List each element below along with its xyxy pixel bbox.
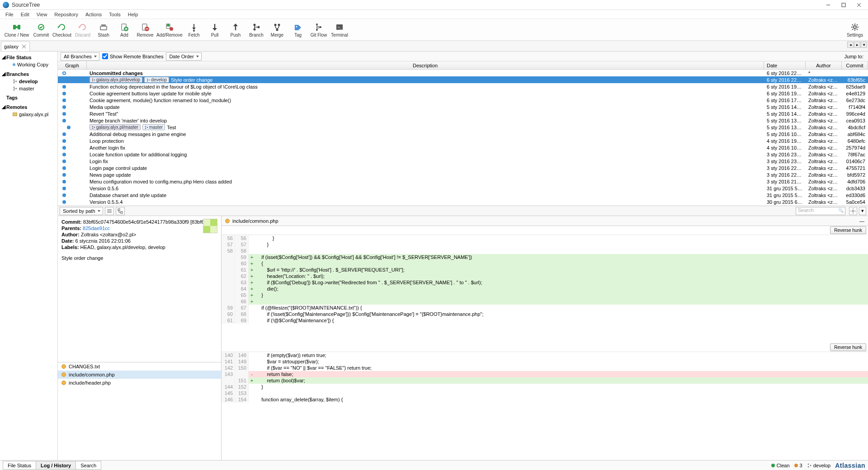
folder-icon	[13, 113, 17, 116]
tab-log-history[interactable]: Log / History	[36, 461, 76, 470]
tags-section[interactable]: Tags	[0, 94, 57, 101]
diff-search-input[interactable]: Search	[796, 207, 845, 215]
table-row[interactable]: Loop protection4 sty 2016 19:54Zoltraks …	[58, 137, 868, 144]
reverse-hunk-button[interactable]: Reverse hunk	[830, 226, 866, 234]
col-author[interactable]: Author	[806, 61, 842, 69]
terminal-button[interactable]: >_Terminal	[329, 20, 350, 40]
remotes-section[interactable]: ◢Remotes	[0, 103, 57, 111]
sidebar-item-master[interactable]: master	[0, 85, 57, 92]
col-commit[interactable]: Commit	[842, 61, 868, 69]
tab-galaxy[interactable]: galaxy	[1, 41, 30, 51]
addremove-button[interactable]: Add/Remove	[156, 20, 184, 40]
list-view-button[interactable]	[105, 207, 114, 215]
tree-view-button[interactable]	[116, 207, 125, 215]
table-row[interactable]: Menu configuration moved to config.menu.…	[58, 178, 868, 185]
settings-button[interactable]: Settings	[844, 20, 865, 40]
close-button[interactable]	[855, 1, 863, 9]
tab-prev-button[interactable]: ◂	[847, 42, 854, 48]
status-pending[interactable]: 3	[794, 463, 802, 468]
clone-new-button[interactable]: Clone / New	[3, 20, 31, 40]
table-row[interactable]: Additional debug messages in game engine…	[58, 131, 868, 137]
table-row[interactable]: Function echolog depreciated in the favo…	[58, 83, 868, 90]
ref-badge[interactable]: galaxy.alyx.pl/develop	[90, 77, 142, 83]
menu-view[interactable]: View	[33, 11, 51, 18]
merge-button[interactable]: Merge	[267, 20, 288, 40]
table-row[interactable]: Locale function update for additional lo…	[58, 151, 868, 158]
ref-badge[interactable]: develop	[144, 77, 169, 83]
svg-point-62	[147, 78, 148, 79]
diff-options-button[interactable]: ▾	[859, 207, 866, 215]
status-clean: Clean	[771, 463, 790, 468]
filestatus-section[interactable]: ◢File Status	[0, 53, 57, 61]
table-row[interactable]: Database charset and style update31 gru …	[58, 192, 868, 198]
tab-file-status[interactable]: File Status	[3, 461, 36, 470]
branches-filter-dropdown[interactable]: All Branches	[61, 52, 99, 61]
maximize-button[interactable]	[840, 1, 847, 9]
merge-icon	[273, 23, 282, 32]
push-button[interactable]: Push	[225, 20, 246, 40]
branch-button[interactable]: Branch	[246, 20, 267, 40]
table-row[interactable]: News page update3 sty 2016 22:09Zoltraks…	[58, 171, 868, 178]
table-row[interactable]: Another login fix4 sty 2016 10:47Zoltrak…	[58, 144, 868, 151]
pull-button[interactable]: Pull	[204, 20, 225, 40]
table-row[interactable]: Uncommitted changes6 sty 2016 22:02*	[58, 70, 868, 76]
show-remote-checkbox[interactable]: Show Remote Branches	[102, 53, 164, 59]
close-icon[interactable]	[21, 44, 27, 49]
status-branch[interactable]: develop	[807, 463, 831, 468]
diff-settings-button[interactable]	[849, 207, 857, 215]
table-row[interactable]: Revert "Test"5 sty 2016 14:28Zoltraks <z…	[58, 110, 868, 117]
diff-hunk[interactable]: 5656 }5757 }585859+ if (isset($Config['H…	[222, 235, 868, 343]
collapse-icon[interactable]: —	[859, 218, 864, 224]
parent-link[interactable]: 825dae91cc	[83, 226, 110, 231]
list-item[interactable]: include/common.php	[58, 371, 221, 379]
table-row[interactable]: galaxy.alyx.pl/developdevelopStyle order…	[58, 76, 868, 83]
sidebar-item-develop[interactable]: develop	[0, 78, 57, 85]
sidebar-item-remote[interactable]: galaxy.alyx.pl	[0, 111, 57, 118]
ref-badge[interactable]: galaxy.alyx.pl/master	[90, 124, 141, 130]
table-row[interactable]: Media update5 sty 2016 14:39Zoltraks <zo…	[58, 103, 868, 110]
reverse-hunk-button[interactable]: Reverse hunk	[830, 343, 866, 351]
list-item[interactable]: CHANGES.txt	[58, 362, 221, 371]
menu-repository[interactable]: Repository	[51, 11, 82, 18]
table-row[interactable]: Merge branch 'master' into develop5 sty …	[58, 117, 868, 124]
ref-badge[interactable]: master	[142, 124, 165, 130]
menu-help[interactable]: Help	[124, 11, 142, 18]
add-button[interactable]: Add	[114, 20, 135, 40]
stash-button[interactable]: Stash	[93, 20, 114, 40]
checkout-button[interactable]: Checkout	[52, 20, 72, 40]
table-row[interactable]: Version 0.5.5.430 gru 2015 6:47Zoltraks …	[58, 198, 868, 205]
menu-file[interactable]: File	[2, 11, 17, 18]
sort-dropdown[interactable]: Sorted by path	[60, 207, 103, 215]
remove-button[interactable]: Remove	[135, 20, 156, 40]
table-row[interactable]: Version 0.5.631 gru 2015 5:09Zoltraks <z…	[58, 185, 868, 192]
table-row[interactable]: Cookie agreement, module() function rena…	[58, 97, 868, 103]
commit-button[interactable]: Commit	[31, 20, 52, 40]
menu-edit[interactable]: Edit	[17, 11, 33, 18]
menu-actions[interactable]: Actions	[82, 11, 105, 18]
table-row[interactable]: Login page control update3 sty 2016 22:1…	[58, 164, 868, 171]
table-row[interactable]: Login fix3 sty 2016 23:09Zoltraks <zolta…	[58, 158, 868, 164]
sidebar-item-workingcopy[interactable]: Working Copy	[0, 61, 57, 68]
branches-section[interactable]: ◢Branches	[0, 70, 57, 78]
col-date[interactable]: Date	[764, 61, 806, 69]
menu-tools[interactable]: Tools	[105, 11, 124, 18]
svg-rect-74	[118, 209, 120, 211]
discard-icon	[78, 23, 87, 32]
list-item[interactable]: include/header.php	[58, 379, 221, 387]
col-description[interactable]: Description	[87, 61, 764, 69]
order-dropdown[interactable]: Date Order	[166, 52, 201, 61]
col-graph[interactable]: Graph	[58, 61, 87, 69]
fetch-button[interactable]: Fetch	[184, 20, 204, 40]
tab-search[interactable]: Search	[75, 461, 101, 470]
fetch-icon	[189, 23, 198, 32]
table-row[interactable]: galaxy.alyx.pl/mastermasterTest5 sty 201…	[58, 124, 868, 131]
tag-button[interactable]: Tag	[288, 20, 308, 40]
minimize-button[interactable]	[825, 1, 832, 9]
diff-hunk[interactable]: 140148 if (empty($var)) return true;1411…	[222, 352, 868, 460]
svg-point-81	[807, 463, 809, 465]
table-row[interactable]: Cookie agreement buttons layer update fo…	[58, 90, 868, 97]
tab-menu-button[interactable]: ▾	[861, 42, 867, 48]
gitflow-button[interactable]: Git Flow	[308, 20, 329, 40]
tab-next-button[interactable]: ▸	[854, 42, 860, 48]
svg-point-66	[92, 127, 93, 128]
